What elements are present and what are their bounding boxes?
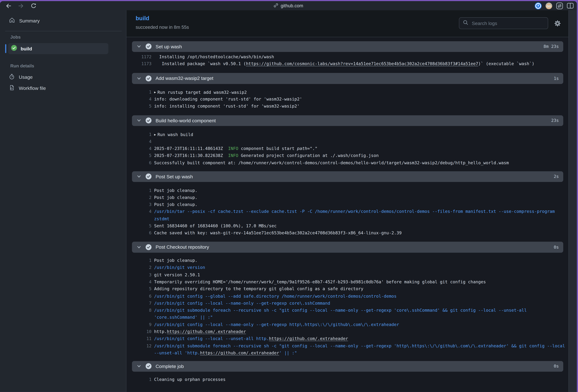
sidebar-item-usage[interactable]: Usage xyxy=(9,73,33,81)
log-line-number[interactable]: 5 xyxy=(126,103,151,110)
job-name: build xyxy=(21,46,32,51)
log-group-duration: 0s xyxy=(554,364,559,369)
log-line-number[interactable]: 10 xyxy=(126,328,151,335)
log-line: 4/usr/bin/tar --posix -cf cache.tzst --e… xyxy=(126,208,569,215)
log-line: 1172 Installing /opt/hostedtoolcache/was… xyxy=(126,53,569,60)
log-line: 8/usr/bin/git submodule foreach --recurs… xyxy=(126,307,569,314)
log-line-number[interactable]: 12 xyxy=(126,343,151,349)
sidebar-item-job-build[interactable]: build xyxy=(8,43,108,54)
search-logs-input[interactable] xyxy=(471,20,544,26)
log-line-text: Adding repository directory to the tempo… xyxy=(154,286,569,293)
log-line-number[interactable]: 1173 xyxy=(126,60,151,68)
log-group-header[interactable]: Add wasm32-wasip2 target1s xyxy=(132,73,563,84)
run-title-link[interactable]: build xyxy=(136,15,149,22)
log-line: 42025-07-23T16:11:11.486143Z INFO compon… xyxy=(126,145,569,152)
log-line-number[interactable]: 6 xyxy=(126,159,151,167)
log-line-number[interactable]: 1172 xyxy=(126,53,151,60)
chevron-down-icon[interactable] xyxy=(137,245,141,249)
log-line-text: Post job cleanup. xyxy=(154,187,569,194)
log-line-text: /usr/bin/git submodule foreach --recursi… xyxy=(154,307,569,314)
log-line-number[interactable]: 1 xyxy=(126,257,151,264)
sidebar: Summary Jobs build Run details Usage xyxy=(0,10,126,392)
log-line-number[interactable]: 11 xyxy=(126,335,151,343)
back-icon[interactable] xyxy=(5,2,12,9)
log-line-number[interactable]: 5 xyxy=(126,152,151,160)
log-line-number[interactable]: 2 xyxy=(126,264,151,271)
log-line-number[interactable]: 1 xyxy=(126,131,151,138)
log-line: 6Successfully built component at: /home/… xyxy=(126,159,569,167)
avatar[interactable] xyxy=(545,2,552,9)
chevron-down-icon[interactable] xyxy=(137,76,141,81)
log-line-number[interactable]: 3 xyxy=(126,201,151,208)
url-text: github.com xyxy=(281,3,303,8)
log-line-number[interactable]: 7 xyxy=(126,300,151,307)
onepassword-icon[interactable] xyxy=(534,2,542,9)
log-line: 52025-07-23T16:11:30.822638Z INFO Genera… xyxy=(126,152,569,160)
sidebar-item-label: Summary xyxy=(19,18,40,23)
log-line-text: /usr/bin/tar --posix -cf cache.tzst --ex… xyxy=(154,208,569,215)
log-line-number[interactable]: 8 xyxy=(126,307,151,314)
chevron-down-icon[interactable] xyxy=(137,174,141,179)
log-line: 'core.sshCommand' || :" xyxy=(126,314,569,321)
success-check-icon xyxy=(145,44,151,49)
log-line-number[interactable]: 2 xyxy=(126,194,151,201)
log-area[interactable]: 1171 Completed checksum validationSet up… xyxy=(126,37,569,392)
sidebar-item-workflow-file[interactable]: Workflow file xyxy=(9,84,46,92)
log-group-title: Complete job xyxy=(155,363,184,369)
log-line-text: info: downloading component 'rust-std' f… xyxy=(154,96,569,103)
chevron-down-icon[interactable] xyxy=(137,118,141,123)
log-line-number[interactable]: 6 xyxy=(126,293,151,300)
log-line-number[interactable]: 4 xyxy=(126,208,151,215)
log-line-number[interactable]: 9 xyxy=(126,321,151,328)
split-view-icon[interactable] xyxy=(567,2,574,9)
log-line: 3Post job cleanup. xyxy=(126,201,569,208)
success-check-icon xyxy=(145,244,151,250)
browser-window: github.com xyxy=(0,1,577,392)
log-line-number[interactable]: 4 xyxy=(126,138,151,145)
log-line: 3git version 2.50.1 xyxy=(126,271,569,279)
log-group-duration: 1s xyxy=(554,76,559,81)
log-line: 5info: installing component 'rust-std' f… xyxy=(126,103,569,110)
run-header: build succeeded now in 8m 55s xyxy=(126,10,569,37)
log-group-header[interactable]: Build hello-world component23s xyxy=(132,115,563,126)
sidebar-item-summary[interactable]: Summary xyxy=(9,17,40,24)
log-group-header[interactable]: Complete job0s xyxy=(132,361,563,372)
log-line-number[interactable]: 1 xyxy=(126,376,151,383)
forward-icon[interactable] xyxy=(17,2,25,9)
log-line-text: /usr/bin/git config --local --name-only … xyxy=(154,321,569,328)
log-line-number[interactable]: 4 xyxy=(126,278,151,286)
log-line-text: Cleaning up orphan processes xyxy=(154,376,569,383)
log-line-number[interactable]: 5 xyxy=(126,286,151,293)
log-line-number[interactable]: 6 xyxy=(126,229,151,237)
log-line-number[interactable]: 4 xyxy=(126,145,151,152)
gear-icon[interactable] xyxy=(554,20,561,27)
log-line: 6/usr/bin/git config --global --add safe… xyxy=(126,293,569,300)
log-line-number[interactable]: 1171 xyxy=(126,37,151,38)
sidebar-item-label: Workflow file xyxy=(19,85,46,91)
success-check-icon xyxy=(145,118,151,124)
scrollbar-track[interactable] xyxy=(569,10,577,392)
chevron-down-icon[interactable] xyxy=(137,364,141,368)
log-line-number[interactable]: 5 xyxy=(126,222,151,230)
log-line: 4Temporarily overriding HOME='/home/runn… xyxy=(126,278,569,286)
log-line-number[interactable]: 4 xyxy=(126,96,151,103)
log-line-number[interactable]: 1 xyxy=(126,187,151,194)
log-group-header[interactable]: Set up wash8m 23s xyxy=(132,41,563,52)
chevron-down-icon[interactable] xyxy=(137,44,141,48)
log-group-header[interactable]: Post Checkout repository0s xyxy=(132,242,563,253)
search-icon xyxy=(463,20,468,27)
sidebar-divider xyxy=(5,31,122,31)
log-line-number[interactable]: 1 xyxy=(126,88,151,96)
address-bar[interactable]: github.com xyxy=(0,1,577,10)
log-line: 1Post job cleanup. xyxy=(126,187,569,194)
sidebar-item-label: Usage xyxy=(19,74,33,80)
log-line-number[interactable]: 3 xyxy=(126,271,151,279)
browser-toolbar: github.com xyxy=(0,1,577,11)
log-group-duration: 0s xyxy=(554,244,559,250)
sliders-icon[interactable] xyxy=(556,2,563,9)
log-line: 11/usr/bin/git config --local --unset-al… xyxy=(126,335,569,343)
success-check-icon xyxy=(145,363,151,369)
reload-icon[interactable] xyxy=(30,2,37,9)
log-group-header[interactable]: Post Set up wash2s xyxy=(132,171,563,182)
log-line: 4info: downloading component 'rust-std' … xyxy=(126,96,569,103)
